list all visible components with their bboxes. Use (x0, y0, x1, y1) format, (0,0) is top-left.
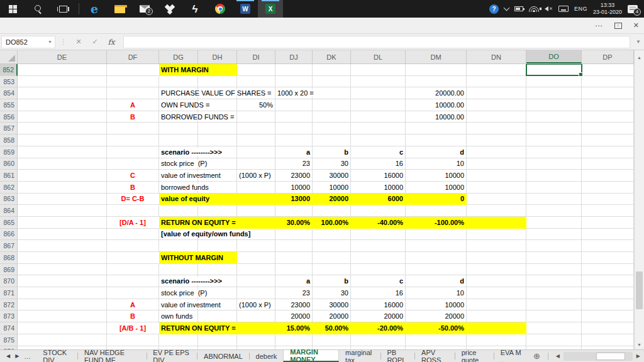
cell-DM858[interactable] (406, 134, 467, 146)
file-explorer-taskbar-button[interactable] (107, 0, 132, 18)
sheet-tab-apv-ross[interactable]: APV ROSS (415, 350, 455, 362)
cell-DI865[interactable] (237, 217, 275, 229)
cell-DI864[interactable] (237, 205, 275, 217)
cell-DE872[interactable] (18, 299, 107, 311)
new-sheet-icon[interactable]: ⊕ (528, 350, 545, 362)
cell-DG866[interactable]: [value of equity/own funds] (159, 229, 198, 241)
cell-DL853[interactable] (351, 76, 406, 88)
cell-DP871[interactable] (582, 287, 634, 299)
cell-DM868[interactable] (406, 252, 467, 264)
cell-DN875[interactable] (467, 334, 526, 346)
cell-DO864[interactable] (526, 205, 582, 217)
cell-DJ859[interactable]: a (275, 146, 313, 158)
insert-function-icon[interactable]: fx (103, 38, 119, 47)
select-all-button[interactable] (0, 50, 18, 63)
column-header-DK[interactable]: DK (313, 50, 351, 63)
cell-DL864[interactable] (351, 205, 406, 217)
cell-DJ870[interactable]: a (275, 275, 313, 287)
cell-DF858[interactable] (107, 134, 159, 146)
dropbox-taskbar-button[interactable] (157, 0, 182, 18)
cell-DI870[interactable] (237, 275, 275, 287)
cell-DO860[interactable] (526, 158, 582, 170)
cell-DJ869[interactable] (275, 264, 313, 276)
cell-DG861[interactable]: value of investment (159, 170, 198, 182)
cell-DE869[interactable] (18, 264, 107, 276)
cell-DM862[interactable]: 10000 (406, 182, 467, 194)
cancel-formula-icon[interactable]: ✕ (70, 38, 87, 46)
cell-DL854[interactable] (351, 87, 406, 99)
cell-DP860[interactable] (582, 158, 634, 170)
cell-DP869[interactable] (582, 264, 634, 276)
cell-DP863[interactable] (582, 194, 634, 206)
cell-DL860[interactable]: 16 (351, 158, 406, 170)
cell-DP874[interactable] (582, 322, 634, 334)
cell-DP856[interactable] (582, 111, 634, 123)
cell-DI862[interactable] (237, 182, 275, 194)
cell-DP861[interactable] (582, 170, 634, 182)
cell-DI874[interactable] (237, 322, 275, 334)
column-header-DN[interactable]: DN (467, 50, 526, 63)
cell-DI861[interactable]: (1000 x P) (237, 170, 275, 182)
row-header-862[interactable]: 862 (0, 182, 18, 194)
cell-DM872[interactable]: 10000 (406, 299, 467, 311)
cell-DE862[interactable] (18, 182, 107, 194)
cell-DN873[interactable] (467, 310, 526, 322)
cell-DG853[interactable] (159, 76, 198, 88)
cell-DJ868[interactable] (275, 252, 313, 264)
cell-DJ853[interactable] (275, 76, 313, 88)
cell-DF874[interactable]: [A/B - 1] (107, 322, 159, 334)
cell-DE870[interactable] (18, 275, 107, 287)
cell-DO868[interactable] (526, 252, 582, 264)
cell-DO854[interactable] (526, 87, 582, 99)
task-view-taskbar-button[interactable] (50, 0, 75, 18)
cell-DK858[interactable] (313, 134, 351, 146)
cell-DM859[interactable]: d (406, 146, 467, 158)
cell-DJ865[interactable]: 30.00% (275, 217, 313, 229)
cell-DL872[interactable]: 16000 (351, 299, 406, 311)
cell-DF855[interactable]: A (107, 99, 159, 111)
cell-DL859[interactable]: c (351, 146, 406, 158)
cell-DF872[interactable]: A (107, 299, 159, 311)
cell-DI856[interactable] (237, 111, 275, 123)
cell-DK868[interactable] (313, 252, 351, 264)
cell-DP857[interactable] (582, 123, 634, 134)
cell-DN853[interactable] (467, 76, 526, 88)
close-icon[interactable]: ✕ (633, 21, 639, 30)
row-header-871[interactable]: 871 (0, 287, 18, 299)
row-header-857[interactable]: 857 (0, 123, 18, 134)
cell-DO867[interactable] (526, 240, 582, 252)
cell-DJ857[interactable] (275, 123, 313, 134)
column-header-DL[interactable]: DL (351, 50, 406, 63)
cell-DN865[interactable] (467, 217, 526, 229)
row-header-870[interactable]: 870 (0, 275, 18, 287)
cell-DO865[interactable] (526, 217, 582, 229)
row-header-866[interactable]: 866 (0, 229, 18, 241)
cell-DJ871[interactable]: 23 (275, 287, 313, 299)
row-header-863[interactable]: 863 (0, 194, 18, 206)
cell-DO875[interactable] (526, 334, 582, 346)
formula-input[interactable] (123, 36, 630, 48)
cell-DK873[interactable]: 20000 (313, 310, 351, 322)
hscroll-thumb[interactable] (596, 353, 625, 360)
sheet-tab-eva-m[interactable]: EVA M ... (494, 350, 528, 362)
row-header-872[interactable]: 872 (0, 299, 18, 311)
row-header-864[interactable]: 864 (0, 205, 18, 217)
cell-DG875[interactable] (159, 334, 198, 346)
cell-DI869[interactable] (237, 264, 275, 276)
cell-DK854[interactable] (313, 87, 351, 99)
mail-taskbar-button[interactable]: 2 (132, 0, 157, 18)
cell-DM865[interactable]: -100.00% (406, 217, 467, 229)
cell-DP852[interactable] (582, 64, 634, 76)
cell-DE855[interactable] (18, 99, 107, 111)
cell-DE865[interactable] (18, 217, 107, 229)
cell-DI868[interactable] (237, 252, 275, 264)
cell-DL875[interactable] (351, 334, 406, 346)
cell-DL871[interactable]: 16 (351, 287, 406, 299)
row-header-869[interactable]: 869 (0, 264, 18, 276)
cell-DL863[interactable]: 6000 (351, 194, 406, 206)
sheet-tab-stock-div[interactable]: STOCK DIV (36, 350, 77, 362)
cell-DJ873[interactable]: 20000 (275, 310, 313, 322)
chrome-taskbar-button[interactable] (208, 0, 233, 18)
cell-DO858[interactable] (526, 134, 582, 146)
vertical-scroll-thumb[interactable] (636, 272, 643, 309)
